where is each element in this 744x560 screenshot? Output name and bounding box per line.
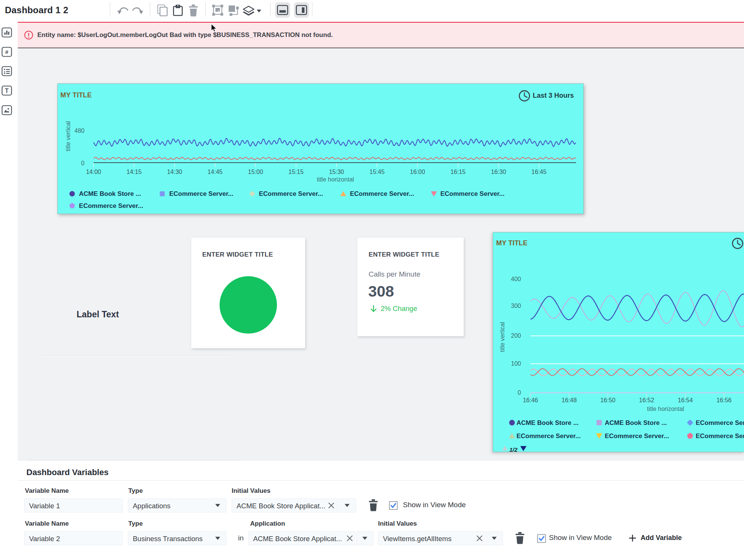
svg-text:16:15: 16:15 xyxy=(450,169,466,175)
svg-text:15:45: 15:45 xyxy=(369,169,384,175)
svg-text:16:30: 16:30 xyxy=(491,169,506,175)
svg-text:15:30: 15:30 xyxy=(329,169,344,175)
svg-text:16:45: 16:45 xyxy=(532,169,547,175)
svg-text:15:15: 15:15 xyxy=(289,169,304,175)
svg-text:400: 400 xyxy=(511,276,521,282)
svg-text:300: 300 xyxy=(511,303,521,309)
svg-text:ECommerce Server...: ECommerce Server... xyxy=(605,432,669,440)
svg-text:ECommerce Server...: ECommerce Server... xyxy=(350,190,414,197)
svg-text:ECommerce Server...: ECommerce Server... xyxy=(259,190,323,197)
svg-text:14:45: 14:45 xyxy=(208,169,223,175)
svg-text:title vertical: title vertical xyxy=(65,121,71,151)
svg-text:14:15: 14:15 xyxy=(126,169,141,175)
svg-text:0: 0 xyxy=(81,160,85,166)
svg-text:ECommerce Server...: ECommerce Server... xyxy=(169,190,233,197)
svg-text:100: 100 xyxy=(511,360,521,367)
svg-text:title horizontal: title horizontal xyxy=(647,406,684,412)
svg-text:0: 0 xyxy=(518,389,521,396)
svg-text:16:52: 16:52 xyxy=(639,397,654,403)
svg-text:ECommerce Serv: ECommerce Serv xyxy=(696,432,744,440)
svg-text:ECommerce Server...: ECommerce Server... xyxy=(79,202,143,209)
svg-text:title vertical: title vertical xyxy=(499,322,506,352)
svg-text:200: 200 xyxy=(511,332,521,339)
svg-text:16:54: 16:54 xyxy=(678,397,693,403)
svg-text:ECommerce Server...: ECommerce Server... xyxy=(516,432,581,440)
svg-text:16:50: 16:50 xyxy=(600,397,615,403)
svg-text:T: T xyxy=(5,88,9,94)
svg-text:14:30: 14:30 xyxy=(167,169,182,175)
svg-text:16:56: 16:56 xyxy=(716,397,732,403)
svg-text:16:48: 16:48 xyxy=(562,397,577,403)
svg-text:ACME Book Store ...: ACME Book Store ... xyxy=(79,190,141,197)
svg-text:ECommerce Serv: ECommerce Serv xyxy=(696,419,744,426)
svg-text:title horizontal: title horizontal xyxy=(317,176,354,183)
svg-text:ACME Book Store ...: ACME Book Store ... xyxy=(605,419,667,426)
svg-text:#: # xyxy=(5,49,9,55)
svg-text:16:00: 16:00 xyxy=(410,169,425,175)
svg-text:480: 480 xyxy=(74,128,85,134)
svg-text:ACME Book Store ...: ACME Book Store ... xyxy=(516,419,578,426)
svg-text:14:00: 14:00 xyxy=(86,169,101,175)
svg-text:16:46: 16:46 xyxy=(523,397,538,403)
svg-text:ECommerce Server...: ECommerce Server... xyxy=(440,190,504,197)
svg-text:1/2: 1/2 xyxy=(509,446,518,452)
svg-text:15:00: 15:00 xyxy=(248,169,263,175)
